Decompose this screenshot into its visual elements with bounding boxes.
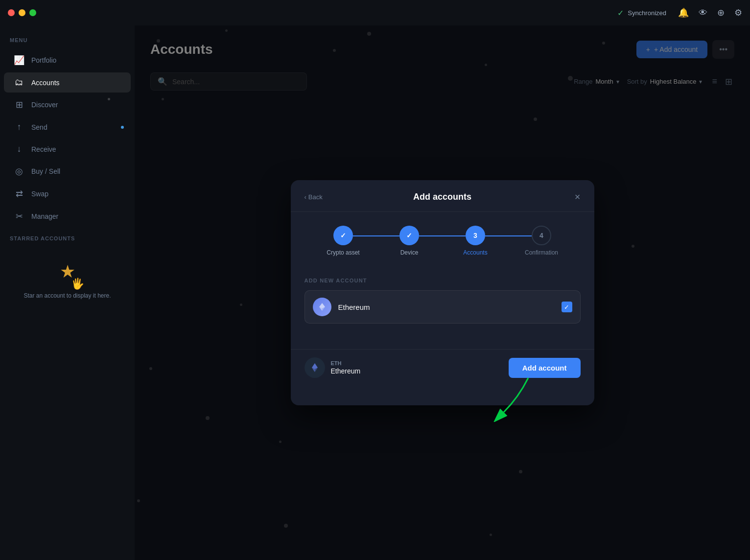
send-icon: ↑ [14,122,24,132]
modal-title: Add accounts [413,192,471,202]
sidebar-item-label-receive: Receive [31,145,56,153]
back-button[interactable]: ‹ Back [305,193,323,201]
step-3-circle: 3 [466,226,485,245]
step-4-label: Confirmation [525,249,558,256]
footer-coin-details: ETH Ethereum [331,360,361,375]
add-account-modal-button[interactable]: Add account [509,358,581,378]
titlebar: ✓ Synchronized 🔔 👁 ⊕ ⚙ [0,0,750,25]
help-icon[interactable]: ⊕ [717,7,725,18]
footer-coin-name: Ethereum [331,367,361,375]
step-device: ✓ Device [376,226,443,256]
discover-icon: ⊞ [14,99,24,110]
step-crypto-asset: ✓ Crypto asset [310,226,376,256]
step-2-label: Device [400,249,419,256]
add-accounts-modal: ‹ Back Add accounts × ✓ Crypto asset ✓ [291,180,594,405]
modal-overlay: ‹ Back Add accounts × ✓ Crypto asset ✓ [135,25,750,560]
sidebar-item-label-swap: Swap [31,190,48,198]
close-button[interactable] [8,9,15,16]
cursor-icon: 🖐 [71,278,84,290]
ethereum-account-row[interactable]: Ethereum ✓ [305,290,581,324]
sidebar-item-accounts[interactable]: 🗂 Accounts [4,72,131,93]
sidebar-item-label-send: Send [31,123,47,131]
step-accounts: 3 Accounts [443,226,509,256]
step-3-label: Accounts [463,249,487,256]
sidebar-item-buy-sell[interactable]: ◎ Buy / Sell [4,161,131,182]
modal-close-button[interactable]: × [575,192,581,202]
back-chevron-icon: ‹ [305,193,306,201]
modal-header: ‹ Back Add accounts × [291,180,594,212]
bell-icon[interactable]: 🔔 [678,7,689,18]
sidebar-item-manager[interactable]: ✂ Manager [4,206,131,227]
sidebar-item-label-portfolio: Portfolio [31,56,56,64]
footer-coin-info: ETH Ethereum [305,357,361,378]
sync-status: ✓ Synchronized [617,8,666,18]
receive-icon: ↓ [14,144,24,154]
modal-footer: ETH Ethereum Add account [291,349,594,390]
settings-icon[interactable]: ⚙ [734,7,742,18]
manager-icon: ✂ [14,211,24,222]
ethereum-account-name: Ethereum [338,303,555,311]
titlebar-icons: 🔔 👁 ⊕ ⚙ [678,7,742,18]
fullscreen-button[interactable] [29,9,36,16]
ethereum-checkbox[interactable]: ✓ [562,302,572,312]
sidebar-item-receive[interactable]: ↓ Receive [4,139,131,159]
ethereum-icon [313,298,331,316]
step-2-circle: ✓ [399,226,419,245]
sync-icon: ✓ [617,8,624,18]
sidebar-item-swap[interactable]: ⇄ Swap [4,184,131,204]
step-confirmation: 4 Confirmation [509,226,575,256]
starred-empty-section: ★ 🖐 Star an account to display it here. [0,247,135,310]
step-1-circle: ✓ [333,226,353,245]
eye-icon[interactable]: 👁 [699,8,707,18]
step-4-circle: 4 [532,226,551,245]
sidebar-item-label-manager: Manager [31,212,58,220]
traffic-lights [8,9,36,16]
add-new-account-label: ADD NEW ACCOUNT [305,278,581,283]
stepper: ✓ Crypto asset ✓ Device 3 Accounts 4 Con… [291,212,594,268]
sidebar-item-label-buy-sell: Buy / Sell [31,167,60,175]
sidebar: MENU 📈 Portfolio 🗂 Accounts ⊞ Discover ↑… [0,25,135,560]
portfolio-icon: 📈 [14,55,24,66]
swap-icon: ⇄ [14,188,24,199]
sidebar-item-discover[interactable]: ⊞ Discover [4,94,131,115]
starred-empty-text: Star an account to display it here. [23,291,111,300]
footer-coin-ticker: ETH [331,360,361,366]
footer-eth-icon [305,357,325,378]
sidebar-item-label-accounts: Accounts [31,79,60,87]
close-icon: × [575,191,581,202]
minimize-button[interactable] [19,9,25,16]
buy-sell-icon: ◎ [14,166,24,177]
accounts-icon: 🗂 [14,77,24,88]
starred-label: STARRED ACCOUNTS [0,228,135,247]
pointer-arrow [489,373,548,422]
main-content: Accounts + + Add account ••• 🔍 Range Mon… [135,25,750,560]
back-label: Back [308,193,323,201]
sidebar-item-send[interactable]: ↑ Send [4,117,131,137]
sidebar-item-label-discover: Discover [31,101,58,109]
send-notification-dot [121,126,124,129]
menu-label: MENU [0,33,135,49]
sync-text: Synchronized [628,9,666,17]
sidebar-item-portfolio[interactable]: 📈 Portfolio [4,50,131,70]
step-1-label: Crypto asset [327,249,359,256]
modal-body: ADD NEW ACCOUNT Ethereum ✓ [291,268,594,339]
